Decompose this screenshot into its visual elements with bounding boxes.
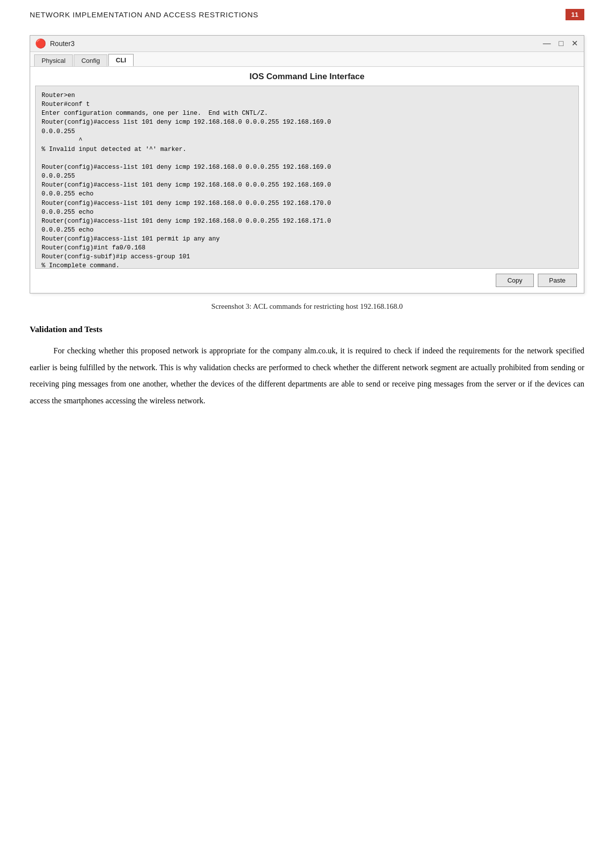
body-paragraph: For checking whether this proposed netwo… [30, 342, 584, 409]
router-titlebar: 🔴 Router3 — □ ✕ [30, 36, 584, 52]
tab-cli[interactable]: CLI [108, 54, 134, 66]
page-number: 11 [566, 9, 584, 20]
maximize-button[interactable]: □ [558, 40, 565, 48]
window-controls: — □ ✕ [542, 40, 579, 48]
document-title: NETWORK IMPLEMENTATION AND ACCESS RESTRI… [30, 10, 258, 19]
router-window-title: Router3 [50, 40, 75, 48]
screenshot-caption: Screenshot 3: ACL commands for restricti… [30, 302, 584, 311]
minimize-button[interactable]: — [542, 40, 552, 48]
section-heading: Validation and Tests [30, 325, 584, 335]
tab-config[interactable]: Config [74, 54, 107, 66]
page-header: NETWORK IMPLEMENTATION AND ACCESS RESTRI… [0, 0, 614, 25]
ios-heading: IOS Command Line Interface [30, 67, 584, 86]
router-title-group: 🔴 Router3 [35, 38, 75, 49]
main-content: 🔴 Router3 — □ ✕ Physical Config CLI IOS … [0, 25, 614, 429]
cli-terminal[interactable]: Router>en Router#conf t Enter configurat… [35, 86, 579, 269]
copy-button[interactable]: Copy [496, 274, 533, 287]
tab-physical[interactable]: Physical [34, 54, 73, 66]
router-window: 🔴 Router3 — □ ✕ Physical Config CLI IOS … [30, 35, 584, 293]
paste-button[interactable]: Paste [538, 274, 577, 287]
close-button[interactable]: ✕ [570, 40, 579, 48]
cli-actions: Copy Paste [30, 269, 584, 293]
router-icon: 🔴 [35, 38, 46, 49]
ios-panel: IOS Command Line Interface Router>en Rou… [30, 67, 584, 293]
router-tabs: Physical Config CLI [30, 52, 584, 67]
